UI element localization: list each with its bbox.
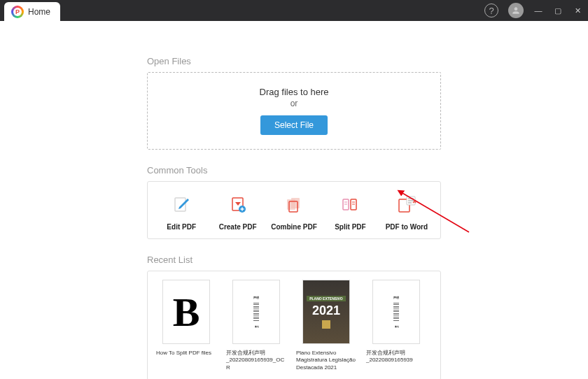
recent-item[interactable]: 声明签名 开发合规利声明_20220809165939 <box>366 280 426 371</box>
recent-item-label: 开发合规利声明_20220809165939_OCR <box>226 350 286 371</box>
minimize-button[interactable]: — <box>533 6 543 15</box>
tool-combine-pdf[interactable]: Combine PDF <box>270 194 318 231</box>
create-pdf-icon <box>227 194 248 215</box>
tab-label: Home <box>28 7 50 17</box>
or-text: or <box>162 99 426 108</box>
tool-edit-pdf[interactable]: Edit PDF <box>158 194 205 231</box>
recent-item-label: How To Split PDF files <box>156 350 216 357</box>
open-files-section: Open Files Drag files to here or Select … <box>147 56 441 150</box>
recent-item[interactable]: PLANO EXTENSIVO 2021 Plano Extensivo Mag… <box>296 280 356 371</box>
recent-list-title: Recent List <box>147 255 441 265</box>
recent-list-section: Recent List B How To Split PDF files 声明签… <box>147 255 441 379</box>
main-content: Open Files Drag files to here or Select … <box>0 21 588 379</box>
tool-label: Create PDF <box>214 222 261 231</box>
split-pdf-icon <box>340 194 360 215</box>
titlebar: ? — ▢ ✕ <box>0 0 588 21</box>
tool-label: Edit PDF <box>158 222 205 231</box>
document-thumbnail: 声明签名 <box>372 280 420 344</box>
tool-split-pdf[interactable]: Split PDF <box>326 194 374 231</box>
tool-create-pdf[interactable]: Create PDF <box>214 194 261 231</box>
document-thumbnail: B <box>162 280 210 344</box>
edit-pdf-icon <box>171 194 192 215</box>
maximize-button[interactable]: ▢ <box>553 6 563 15</box>
app-logo-icon <box>11 6 24 18</box>
tools-container: Edit PDF Create PDF Combine PDF Split PD… <box>147 181 441 239</box>
pdf-to-word-icon <box>396 194 417 215</box>
common-tools-title: Common Tools <box>147 165 441 176</box>
combine-pdf-icon <box>284 194 304 215</box>
close-button[interactable]: ✕ <box>573 6 582 15</box>
tool-pdf-to-word[interactable]: PDF to Word <box>383 194 430 231</box>
svg-rect-4 <box>291 198 300 208</box>
user-avatar[interactable] <box>508 3 524 18</box>
drag-hint-text: Drag files to here <box>162 87 426 97</box>
document-thumbnail: PLANO EXTENSIVO 2021 <box>302 280 350 344</box>
tool-label: PDF to Word <box>383 222 430 231</box>
common-tools-section: Common Tools Edit PDF Create PDF Combine… <box>147 165 441 239</box>
file-dropzone[interactable]: Drag files to here or Select File <box>147 72 441 150</box>
recent-item-label: Plano Extensivo Magistratura Legislação … <box>296 350 356 371</box>
document-thumbnail: 声明签名 <box>232 280 280 344</box>
recent-item-label: 开发合规利声明_20220809165939 <box>366 350 426 364</box>
recent-item[interactable]: 声明签名 开发合规利声明_20220809165939_OCR <box>226 280 286 371</box>
recent-item[interactable]: B How To Split PDF files <box>156 280 216 371</box>
help-icon[interactable]: ? <box>484 3 498 17</box>
tool-label: Combine PDF <box>270 222 318 231</box>
recent-container: B How To Split PDF files 声明签名 开发合规利声明_20… <box>147 271 441 379</box>
open-files-title: Open Files <box>147 56 441 66</box>
tab-home[interactable]: Home <box>4 2 60 22</box>
select-file-button[interactable]: Select File <box>260 115 328 135</box>
tool-label: Split PDF <box>326 222 374 231</box>
